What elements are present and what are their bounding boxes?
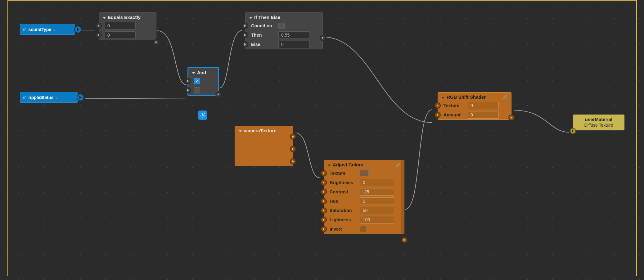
chevron-down-icon: ⌄: [55, 96, 58, 99]
input-port-a[interactable]: [96, 23, 102, 29]
node-and[interactable]: And ✓: [188, 67, 219, 96]
node-title-text: userMaterial: [573, 115, 624, 123]
texture-label: Texture: [330, 171, 358, 176]
collapse-caret-icon[interactable]: [239, 128, 242, 133]
saturation-value[interactable]: 50: [360, 207, 394, 214]
texture-label: Texture: [444, 103, 465, 108]
invert-checkbox[interactable]: [360, 226, 366, 232]
else-value[interactable]: 0: [278, 41, 309, 48]
contrast-value[interactable]: -25: [360, 188, 394, 196]
then-label: Then: [251, 33, 276, 38]
amount-label: Amount: [444, 112, 465, 117]
input-port-b[interactable]: [185, 87, 191, 93]
node-title-text: If Then Else: [254, 15, 280, 20]
contrast-label: Contrast: [330, 189, 358, 194]
brightness-value[interactable]: 0: [360, 179, 394, 186]
output-port-3[interactable]: [290, 158, 296, 165]
output-port-1[interactable]: [290, 133, 296, 140]
collapse-caret-icon[interactable]: [328, 162, 331, 167]
lightness-value[interactable]: 100: [360, 216, 394, 224]
node-title-text: And: [197, 70, 206, 75]
node-title-text: cameraTexture: [244, 128, 277, 133]
signal-icon: ((·: [23, 28, 26, 31]
texture-swatch[interactable]: [360, 170, 369, 176]
hue-label: Hue: [330, 199, 358, 204]
input-port-hue[interactable]: [321, 198, 327, 204]
node-rgb-shift-shader[interactable]: RGB Shift Shader 🔗 Texture 0 Amount 0: [438, 92, 511, 120]
collapse-caret-icon[interactable]: [192, 70, 195, 75]
variable-label: rippleStatus: [28, 95, 53, 100]
checkbox-b[interactable]: [194, 87, 200, 93]
value-a[interactable]: 0: [105, 22, 136, 29]
condition-checkbox[interactable]: [278, 23, 285, 29]
output-port-2[interactable]: [290, 146, 296, 152]
input-port-brightness[interactable]: [321, 179, 327, 186]
signal-icon: ((·: [23, 96, 26, 99]
output-port[interactable]: [74, 26, 82, 33]
output-port[interactable]: [153, 39, 160, 45]
collapse-caret-icon[interactable]: [249, 15, 252, 20]
node-title-text: Adjust Colors: [333, 162, 363, 167]
link-icon[interactable]: 🔗: [503, 95, 507, 99]
input-port-texture[interactable]: [435, 102, 441, 109]
variable-label: soundType: [28, 27, 51, 32]
checkbox-a[interactable]: ✓: [194, 78, 200, 84]
node-camera-texture[interactable]: cameraTexture: [235, 126, 293, 166]
node-title-text: Equals Exactly: [108, 15, 141, 20]
input-port-lightness[interactable]: [321, 217, 327, 223]
texture-value[interactable]: 0: [468, 102, 499, 109]
input-port-texture[interactable]: [321, 170, 327, 176]
svg-point-0: [202, 115, 204, 116]
input-port-condition[interactable]: [242, 23, 248, 29]
input-port-then[interactable]: [242, 32, 248, 38]
saturation-label: Saturation: [330, 208, 358, 213]
node-subtitle: Diffuse Texture: [573, 123, 624, 130]
gear-icon[interactable]: [198, 111, 207, 120]
input-port-contrast[interactable]: [321, 189, 327, 195]
input-port-b[interactable]: [96, 32, 102, 38]
chevron-down-icon: ⌄: [53, 28, 56, 31]
variable-node-ripplestatus[interactable]: ((· rippleStatus ⌄: [20, 92, 78, 103]
invert-label: Invert: [330, 227, 358, 232]
then-value[interactable]: 0.55: [278, 31, 309, 39]
collapse-caret-icon[interactable]: [442, 94, 445, 100]
output-port[interactable]: [401, 237, 408, 243]
output-port[interactable]: [77, 94, 84, 101]
condition-label: Condition: [251, 23, 276, 28]
input-port-saturation[interactable]: [321, 207, 327, 214]
node-adjust-colors[interactable]: Adjust Colors 🔗 Texture Brightness 0 Con…: [324, 160, 404, 234]
brightness-label: Brightness: [330, 180, 358, 185]
input-port-a[interactable]: [185, 78, 191, 84]
node-equals-exactly[interactable]: Equals Exactly 0 0: [99, 12, 156, 40]
variable-node-soundtype[interactable]: ((· soundType ⌄: [20, 24, 75, 35]
link-icon[interactable]: 🔗: [396, 163, 400, 167]
lightness-label: Lightness: [330, 217, 358, 222]
amount-value[interactable]: 0: [468, 111, 499, 119]
node-user-material[interactable]: userMaterial Diffuse Texture: [573, 115, 624, 130]
collapse-caret-icon[interactable]: [103, 15, 106, 20]
input-port-else[interactable]: [242, 41, 248, 47]
value-b[interactable]: 0: [105, 31, 136, 39]
node-title-text: RGB Shift Shader: [447, 94, 486, 100]
else-label: Else: [251, 42, 276, 47]
input-port-diffuse[interactable]: [570, 128, 576, 134]
input-port-amount[interactable]: [435, 112, 441, 118]
hue-value[interactable]: 0: [360, 197, 394, 205]
input-port-invert[interactable]: [321, 226, 327, 232]
node-if-then-else[interactable]: If Then Else Condition Then 0.55 Else 0: [245, 12, 323, 49]
